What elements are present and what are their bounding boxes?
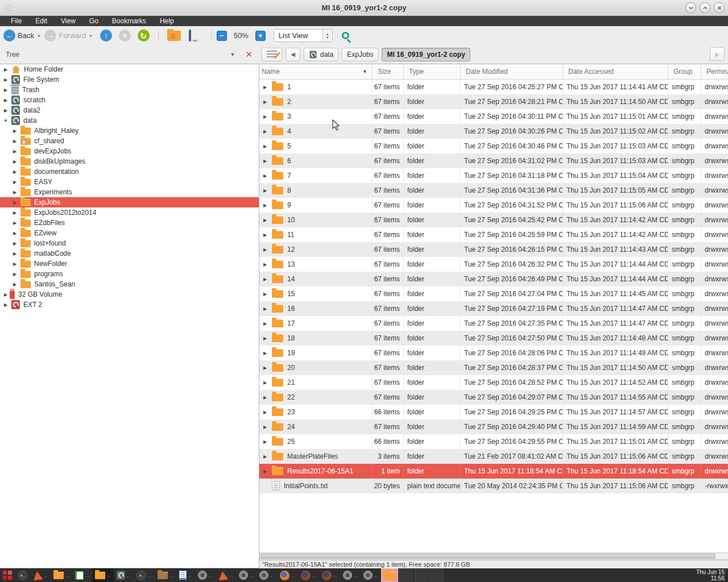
expander-icon[interactable]: ▶ xyxy=(12,210,18,215)
up-button[interactable]: ↑ xyxy=(100,30,112,41)
expander-icon[interactable]: ▶ xyxy=(262,395,268,400)
expander-icon[interactable]: ▶ xyxy=(12,159,18,164)
minimize-button[interactable] xyxy=(685,2,696,13)
expander-icon[interactable]: ▶ xyxy=(12,128,18,134)
search-icon[interactable] xyxy=(342,32,349,39)
expander-icon[interactable]: ▶ xyxy=(12,282,18,287)
expander-icon[interactable]: ▶ xyxy=(262,218,268,223)
view-mode-select[interactable]: List View ▴▾ xyxy=(274,29,333,42)
close-button[interactable] xyxy=(714,2,725,13)
edit-path-button[interactable] xyxy=(262,48,282,61)
file-row-25[interactable]: ▶25 66 items folder Tue 27 Sep 2016 04:2… xyxy=(259,434,728,449)
expander-icon[interactable]: ▶ xyxy=(262,188,268,193)
file-row-1[interactable]: ▶1 67 items folder Tue 27 Sep 2016 04:25… xyxy=(259,80,728,94)
expander-icon[interactable]: ▶ xyxy=(262,277,268,282)
file-row-9[interactable]: ▶9 67 items folder Tue 27 Sep 2016 04:31… xyxy=(259,198,728,213)
tree-item-santos-sean[interactable]: ▶ Santos_Sean xyxy=(0,279,259,289)
file-row-6[interactable]: ▶6 67 items folder Tue 27 Sep 2016 04:31… xyxy=(259,153,728,168)
tree-item-expjobs2012to2014[interactable]: ▶ ExpJobs2012to2014 xyxy=(0,207,259,218)
path-scroll-right-button[interactable]: ▶ xyxy=(710,47,725,61)
expander-icon[interactable]: ▶ xyxy=(262,469,268,474)
spinner-icon[interactable]: ▴▾ xyxy=(322,30,332,41)
expander-icon[interactable]: ▶ xyxy=(262,203,268,208)
taskbar-button-folder-brown[interactable]: .. xyxy=(155,568,176,582)
expander-icon[interactable]: ▶ xyxy=(3,67,9,72)
taskbar-button-firefox[interactable]: .. xyxy=(277,568,298,582)
file-row-22[interactable]: ▶22 67 items folder Tue 27 Sep 2016 04:2… xyxy=(259,390,728,405)
menu-bookmarks[interactable]: Bookmarks xyxy=(106,16,152,26)
expander-icon[interactable]: ▶ xyxy=(262,85,268,90)
chevron-down-icon[interactable]: ▼ xyxy=(230,52,235,57)
taskbar-button-app-gray[interactable]: .. xyxy=(340,568,361,582)
workspace-cell[interactable] xyxy=(399,568,415,582)
column-header-date-modified[interactable]: Date Modified xyxy=(461,64,563,79)
expander-icon[interactable]: ▶ xyxy=(262,232,268,238)
expander-icon[interactable]: ▶ xyxy=(12,251,18,256)
taskbar-button-terminal[interactable]: >_ xyxy=(15,568,30,582)
expander-icon[interactable]: ▶ xyxy=(262,454,268,459)
expander-icon[interactable]: ▶ xyxy=(262,114,268,119)
expander-icon[interactable]: ▶ xyxy=(262,159,268,164)
expander-icon[interactable]: ▶ xyxy=(262,173,268,178)
tree-item-trash[interactable]: ▶ Trash xyxy=(0,85,259,95)
taskbar-button-drive[interactable]: .. xyxy=(114,568,134,582)
workspace-cell[interactable] xyxy=(415,568,430,582)
maximize-button[interactable] xyxy=(700,2,710,13)
taskbar-button-app-gray[interactable]: .. xyxy=(195,568,216,582)
menu-view[interactable]: View xyxy=(55,16,82,26)
tree-item-documentation[interactable]: ▶ documentation xyxy=(0,167,259,177)
tree-item-data[interactable]: ▼ data xyxy=(0,115,259,126)
menu-go[interactable]: Go xyxy=(83,16,105,26)
tree-item-data2[interactable]: ▶ data2 xyxy=(0,105,259,115)
file-row-12[interactable]: ▶12 67 items folder Tue 27 Sep 2016 04:2… xyxy=(259,242,728,257)
expander-icon[interactable]: ▶ xyxy=(262,351,268,356)
file-row-masterplatefiles[interactable]: ▶MasterPlateFiles 3 items folder Tue 21 … xyxy=(259,449,728,464)
stop-button[interactable]: × xyxy=(119,30,131,41)
file-row-11[interactable]: ▶11 67 items folder Tue 27 Sep 2016 04:2… xyxy=(259,227,728,242)
titlebar[interactable]: MI 16_0919_yor1-2 copy xyxy=(0,0,728,16)
taskbar-button-folder[interactable] xyxy=(381,568,398,582)
file-row-21[interactable]: ▶21 67 items folder Tue 27 Sep 2016 04:2… xyxy=(259,375,728,390)
tree-item-newfolder[interactable]: ▶ NewFolder xyxy=(0,259,259,269)
file-row-17[interactable]: ▶17 67 items folder Tue 27 Sep 2016 04:2… xyxy=(259,316,728,331)
tree-item-cf-shared[interactable]: ▶ cf_shared xyxy=(0,136,259,146)
taskbar-button-document[interactable]: .. xyxy=(176,568,195,582)
taskbar-button-folder[interactable]: .. xyxy=(51,568,72,582)
expander-icon[interactable]: ▶ xyxy=(12,190,18,195)
taskbar-button-app-gray[interactable]: .. xyxy=(361,568,381,582)
tree-item-ezview[interactable]: ▶ EZview xyxy=(0,228,259,238)
zoom-out-button[interactable]: − xyxy=(217,31,227,41)
chevron-down-icon[interactable]: ▾ xyxy=(38,33,40,39)
expander-icon[interactable]: ▶ xyxy=(12,169,18,174)
horizontal-scrollbar[interactable] xyxy=(259,552,728,560)
desktop-button[interactable] xyxy=(189,31,201,40)
file-row-15[interactable]: ▶15 67 items folder Tue 27 Sep 2016 04:2… xyxy=(259,286,728,301)
taskbar-button-matlab[interactable]: .. xyxy=(216,568,236,582)
expander-icon[interactable]: ▶ xyxy=(3,88,9,93)
expander-icon[interactable]: ▶ xyxy=(262,336,268,341)
expander-icon[interactable]: ▶ xyxy=(262,129,268,134)
expander-icon[interactable]: ▶ xyxy=(262,306,268,311)
expander-icon[interactable]: ▶ xyxy=(3,108,9,113)
file-row-16[interactable]: ▶16 67 items folder Tue 27 Sep 2016 04:2… xyxy=(259,301,728,316)
expander-icon[interactable]: ▶ xyxy=(3,98,9,103)
column-header-permissions[interactable]: Permissions xyxy=(701,64,728,79)
expander-icon[interactable]: ▶ xyxy=(12,139,18,144)
file-row-10[interactable]: ▶10 67 items folder Tue 27 Sep 2016 04:2… xyxy=(259,213,728,227)
tree-item-experiments[interactable]: ▶ Experiments xyxy=(0,187,259,197)
expander-icon[interactable]: ▶ xyxy=(3,302,9,307)
expander-icon[interactable]: ▼ xyxy=(3,118,9,123)
workspace-pager[interactable] xyxy=(399,568,445,582)
tree-item-matlabcode[interactable]: ▶ matlabCode xyxy=(0,248,259,259)
forward-button[interactable]: → Forward ▾ xyxy=(44,30,92,41)
expander-icon[interactable]: ▶ xyxy=(262,247,268,252)
expander-icon[interactable]: ▶ xyxy=(3,292,9,297)
expander-icon[interactable]: ▶ xyxy=(12,241,18,246)
tree-item-file-system[interactable]: ▶ File System xyxy=(0,74,259,85)
expander-icon[interactable]: ▶ xyxy=(262,365,268,371)
expander-icon[interactable]: ▶ xyxy=(262,321,268,326)
pathbar-crumb-expjobs[interactable]: ExpJobs xyxy=(342,48,378,61)
tree-item-ezdbfiles[interactable]: ▶ EZdbFiles xyxy=(0,218,259,228)
column-header-name[interactable]: Name ▼ xyxy=(259,64,373,79)
expander-icon[interactable]: ▶ xyxy=(12,261,18,267)
